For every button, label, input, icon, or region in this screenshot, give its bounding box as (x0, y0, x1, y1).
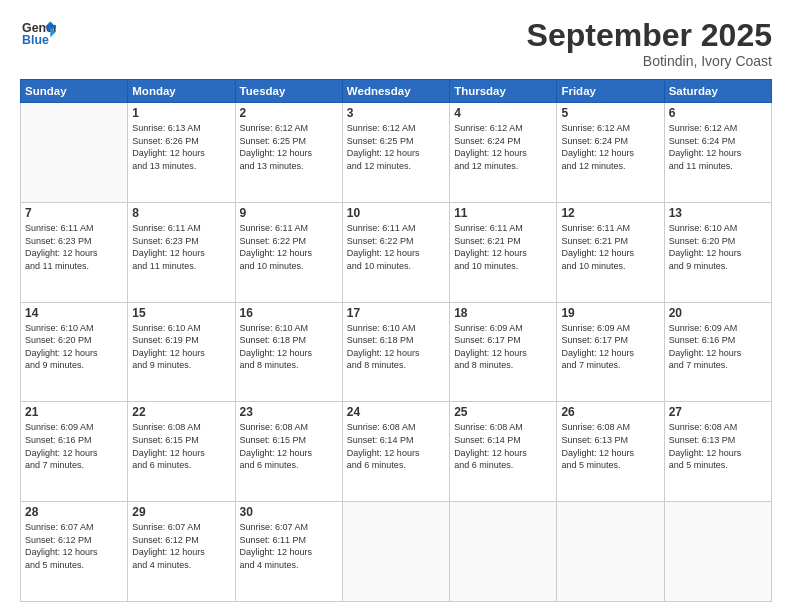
table-row: 19 Sunrise: 6:09 AMSunset: 6:17 PMDaylig… (557, 302, 664, 402)
svg-text:Blue: Blue (22, 33, 49, 47)
logo: General Blue General Blue (20, 18, 56, 48)
logo-icon: General Blue (20, 18, 56, 48)
table-row: 2 Sunrise: 6:12 AMSunset: 6:25 PMDayligh… (235, 103, 342, 203)
page: General Blue General Blue September 2025… (0, 0, 792, 612)
col-friday: Friday (557, 80, 664, 103)
table-row: 21 Sunrise: 6:09 AMSunset: 6:16 PMDaylig… (21, 402, 128, 502)
calendar-table: Sunday Monday Tuesday Wednesday Thursday… (20, 79, 772, 602)
col-monday: Monday (128, 80, 235, 103)
table-row: 30 Sunrise: 6:07 AMSunset: 6:11 PMDaylig… (235, 502, 342, 602)
month-title: September 2025 (527, 18, 772, 53)
table-row: 14 Sunrise: 6:10 AMSunset: 6:20 PMDaylig… (21, 302, 128, 402)
table-row: 9 Sunrise: 6:11 AMSunset: 6:22 PMDayligh… (235, 202, 342, 302)
table-row: 5 Sunrise: 6:12 AMSunset: 6:24 PMDayligh… (557, 103, 664, 203)
table-row: 8 Sunrise: 6:11 AMSunset: 6:23 PMDayligh… (128, 202, 235, 302)
empty-cell (21, 103, 128, 203)
table-row: 4 Sunrise: 6:12 AMSunset: 6:24 PMDayligh… (450, 103, 557, 203)
table-row: 10 Sunrise: 6:11 AMSunset: 6:22 PMDaylig… (342, 202, 449, 302)
table-row: 29 Sunrise: 6:07 AMSunset: 6:12 PMDaylig… (128, 502, 235, 602)
empty-cell (342, 502, 449, 602)
col-thursday: Thursday (450, 80, 557, 103)
table-row: 13 Sunrise: 6:10 AMSunset: 6:20 PMDaylig… (664, 202, 771, 302)
col-wednesday: Wednesday (342, 80, 449, 103)
col-sunday: Sunday (21, 80, 128, 103)
table-row: 18 Sunrise: 6:09 AMSunset: 6:17 PMDaylig… (450, 302, 557, 402)
col-tuesday: Tuesday (235, 80, 342, 103)
table-row: 6 Sunrise: 6:12 AMSunset: 6:24 PMDayligh… (664, 103, 771, 203)
table-row: 3 Sunrise: 6:12 AMSunset: 6:25 PMDayligh… (342, 103, 449, 203)
table-row: 23 Sunrise: 6:08 AMSunset: 6:15 PMDaylig… (235, 402, 342, 502)
table-row: 22 Sunrise: 6:08 AMSunset: 6:15 PMDaylig… (128, 402, 235, 502)
table-row: 16 Sunrise: 6:10 AMSunset: 6:18 PMDaylig… (235, 302, 342, 402)
table-row: 24 Sunrise: 6:08 AMSunset: 6:14 PMDaylig… (342, 402, 449, 502)
empty-cell (450, 502, 557, 602)
table-row: 1 Sunrise: 6:13 AMSunset: 6:26 PMDayligh… (128, 103, 235, 203)
location: Botindin, Ivory Coast (527, 53, 772, 69)
col-saturday: Saturday (664, 80, 771, 103)
table-row: 25 Sunrise: 6:08 AMSunset: 6:14 PMDaylig… (450, 402, 557, 502)
empty-cell (557, 502, 664, 602)
table-row: 15 Sunrise: 6:10 AMSunset: 6:19 PMDaylig… (128, 302, 235, 402)
table-row: 20 Sunrise: 6:09 AMSunset: 6:16 PMDaylig… (664, 302, 771, 402)
table-row: 12 Sunrise: 6:11 AMSunset: 6:21 PMDaylig… (557, 202, 664, 302)
empty-cell (664, 502, 771, 602)
table-row: 17 Sunrise: 6:10 AMSunset: 6:18 PMDaylig… (342, 302, 449, 402)
table-row: 11 Sunrise: 6:11 AMSunset: 6:21 PMDaylig… (450, 202, 557, 302)
header: General Blue General Blue September 2025… (20, 18, 772, 69)
title-block: September 2025 Botindin, Ivory Coast (527, 18, 772, 69)
table-row: 27 Sunrise: 6:08 AMSunset: 6:13 PMDaylig… (664, 402, 771, 502)
table-row: 26 Sunrise: 6:08 AMSunset: 6:13 PMDaylig… (557, 402, 664, 502)
table-row: 7 Sunrise: 6:11 AMSunset: 6:23 PMDayligh… (21, 202, 128, 302)
table-row: 28 Sunrise: 6:07 AMSunset: 6:12 PMDaylig… (21, 502, 128, 602)
